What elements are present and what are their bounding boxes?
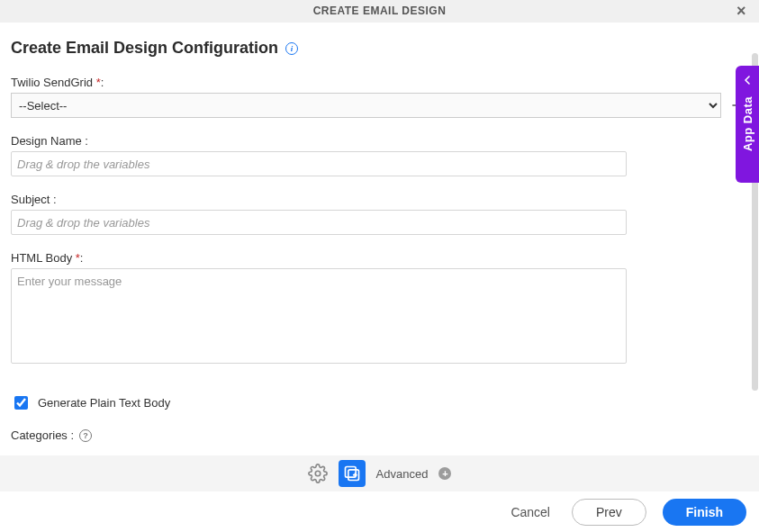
info-icon[interactable]: i	[285, 42, 298, 55]
label-suffix: :	[101, 76, 104, 89]
page-title-row: Create Email Design Configuration i	[11, 23, 748, 59]
page-title: Create Email Design Configuration	[11, 39, 278, 58]
categories-label: Categories :	[11, 428, 74, 442]
design-name-input[interactable]	[11, 151, 627, 176]
field-subject: Subject :	[11, 193, 748, 235]
modal-body: App Data Create Email Design Configurati…	[0, 23, 759, 532]
subject-input[interactable]	[11, 210, 627, 235]
field-sendgrid: Twilio SendGrid *: --Select--	[11, 76, 748, 118]
sendgrid-select[interactable]: --Select--	[11, 93, 721, 118]
field-html-body: HTML Body *:	[11, 251, 748, 366]
finish-button[interactable]: Finish	[663, 499, 746, 526]
label-text: Twilio SendGrid	[11, 76, 93, 89]
svg-point-0	[315, 471, 321, 476]
app-data-tab[interactable]: App Data	[736, 66, 759, 183]
field-design-name: Design Name :	[11, 134, 748, 176]
sendgrid-row: --Select--	[11, 93, 748, 118]
label-suffix: :	[80, 251, 84, 265]
field-label-design-name: Design Name :	[11, 134, 748, 148]
form-scroll: Create Email Design Configuration i Twil…	[0, 23, 759, 455]
compose-plus-icon[interactable]	[339, 460, 366, 487]
plain-text-label: Generate Plain Text Body	[38, 396, 170, 410]
modal-header: CREATE EMAIL DESIGN ×	[0, 0, 759, 23]
modal-title: CREATE EMAIL DESIGN	[313, 5, 447, 17]
plain-text-checkbox[interactable]	[14, 396, 28, 410]
help-icon[interactable]: ?	[79, 429, 92, 442]
advanced-bar: Advanced +	[0, 455, 759, 491]
footer: Cancel Prev Finish	[0, 491, 759, 532]
advanced-label: Advanced	[376, 467, 429, 481]
field-label-html-body: HTML Body *:	[11, 251, 748, 265]
field-label-sendgrid: Twilio SendGrid *:	[11, 76, 748, 89]
app-data-tab-label: App Data	[741, 96, 754, 151]
chevron-left-icon	[743, 73, 752, 87]
cancel-button[interactable]: Cancel	[505, 504, 556, 520]
gear-icon[interactable]	[308, 464, 328, 483]
field-label-subject: Subject :	[11, 193, 748, 206]
close-icon[interactable]: ×	[731, 0, 752, 23]
categories-row: Categories : ?	[11, 428, 748, 442]
plain-text-row: Generate Plain Text Body	[11, 393, 748, 412]
html-body-textarea[interactable]	[11, 268, 627, 364]
prev-button[interactable]: Prev	[572, 499, 646, 526]
plus-circle-icon[interactable]: +	[438, 467, 451, 480]
label-text: HTML Body	[11, 251, 72, 265]
